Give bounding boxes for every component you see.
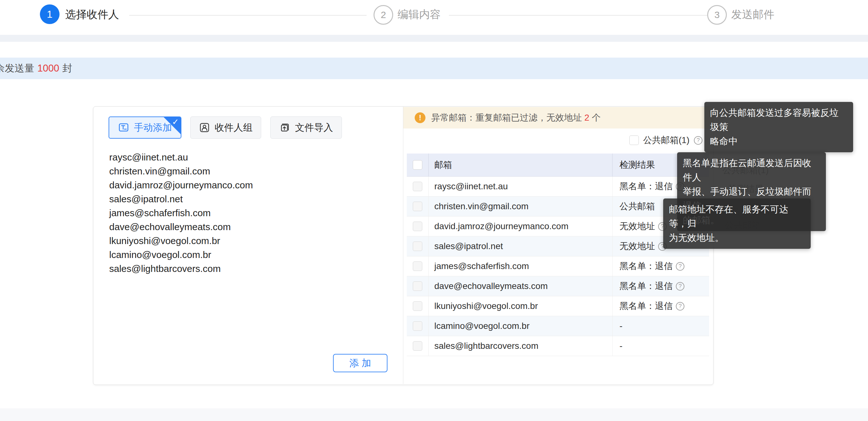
row-checkbox[interactable] <box>413 341 422 351</box>
tab-manual-add[interactable]: 手动添加 ✓ <box>108 117 181 139</box>
step-connector <box>449 15 708 16</box>
footer-band <box>0 408 868 421</box>
table-row: lkuniyoshi@voegol.com.br黑名单：退信? <box>407 296 709 316</box>
tab-file-import-label: 文件导入 <box>295 121 333 134</box>
wizard-page: 1 选择收件人 2 编辑内容 3 发送邮件 余发送量 1000 封 <box>0 0 868 421</box>
row-email: lkuniyoshi@voegol.com.br <box>429 296 613 316</box>
step-2-label: 编辑内容 <box>398 0 441 29</box>
row-result-text: 黑名单：退信 <box>620 300 673 312</box>
question-circle-icon[interactable]: ? <box>676 262 684 271</box>
public-mailbox-filter: 公共邮箱(1) ? <box>629 134 703 146</box>
file-import-icon <box>279 122 290 133</box>
check-icon: ✓ <box>172 117 179 127</box>
row-result: - <box>613 336 709 356</box>
recipient-check-table: 邮箱 检测结果 raysc@iinet.net.au黑名单：退信?christe… <box>407 153 709 356</box>
tab-file-import[interactable]: 文件导入 <box>270 117 342 139</box>
row-checkbox-cell <box>407 257 429 276</box>
step-1-circle: 1 <box>40 4 60 24</box>
row-result: 黑名单：退信? <box>613 296 709 316</box>
section-divider-band <box>0 35 868 42</box>
step-3-label: 发送邮件 <box>731 0 774 29</box>
header-checkbox-cell <box>407 153 429 176</box>
step-wizard: 1 选择收件人 2 编辑内容 3 发送邮件 <box>0 0 868 35</box>
row-checkbox-cell <box>407 216 429 236</box>
select-all-checkbox[interactable] <box>413 160 422 170</box>
header-email: 邮箱 <box>429 153 613 176</box>
row-checkbox-cell <box>407 316 429 336</box>
row-email: dave@echovalleymeats.com <box>429 276 613 296</box>
table-row: dave@echovalleymeats.com黑名单：退信? <box>407 276 709 296</box>
row-checkbox-cell <box>407 237 429 256</box>
row-result-text: 黑名单：退信 <box>620 260 673 272</box>
row-result: - <box>613 316 709 336</box>
tooltip-invalid-address: 邮箱地址不存在、服务不可达等，归 为无效地址。 <box>663 199 811 249</box>
add-button[interactable]: 添 加 <box>333 354 388 372</box>
row-checkbox[interactable] <box>413 242 422 251</box>
quota-amount: 1000 <box>37 63 59 74</box>
row-checkbox[interactable] <box>413 281 422 291</box>
tab-recipient-group-label: 收件人组 <box>215 121 253 134</box>
tab-recipient-group[interactable]: 收件人组 <box>190 117 261 139</box>
text-input-icon <box>118 122 129 133</box>
table-header-row: 邮箱 检测结果 <box>407 153 709 177</box>
step-connector <box>129 15 367 16</box>
quota-banner-text: 余发送量 <box>0 62 34 75</box>
row-result-text: - <box>620 341 622 351</box>
row-checkbox-cell <box>407 296 429 316</box>
row-result-text: 黑名单：退信 <box>620 180 673 192</box>
row-checkbox-cell <box>407 276 429 296</box>
row-email: david.jamroz@journeymanco.com <box>429 216 613 236</box>
table-row: lcamino@voegol.com.br- <box>407 316 709 336</box>
table-row: james@schaferfish.com黑名单：退信? <box>407 257 709 276</box>
row-checkbox[interactable] <box>413 182 422 191</box>
question-circle-icon[interactable]: ? <box>676 282 684 291</box>
row-email: sales@ipatrol.net <box>429 237 613 256</box>
row-checkbox-cell <box>407 197 429 216</box>
row-checkbox[interactable] <box>413 221 422 231</box>
tooltip-public-mailbox: 向公共邮箱发送过多容易被反垃圾策 略命中 <box>704 102 853 152</box>
alert-invalid-count: 2 <box>584 113 589 123</box>
row-email: christen.vin@gmail.com <box>429 197 613 216</box>
row-result: 黑名单：退信? <box>613 257 709 276</box>
row-email: raysc@iinet.net.au <box>429 177 613 196</box>
step-1-label: 选择收件人 <box>65 0 119 29</box>
step-3-circle: 3 <box>707 5 727 25</box>
row-result: 黑名单：退信? <box>613 276 709 296</box>
question-circle-icon[interactable]: ? <box>694 136 703 145</box>
recipients-textarea[interactable]: raysc@iinet.net.au christen.vin@gmail.co… <box>109 150 391 334</box>
public-mailbox-label: 公共邮箱(1) <box>643 134 689 146</box>
abnormal-mailbox-alert: ! 异常邮箱：重复邮箱已过滤，无效地址 2 个 <box>403 107 713 128</box>
row-checkbox-cell <box>407 177 429 196</box>
warning-icon: ! <box>415 112 426 123</box>
row-checkbox-cell <box>407 336 429 356</box>
row-result-text: 公共邮箱 <box>620 200 655 212</box>
recipient-card: 手动添加 ✓ 收件人组 <box>93 107 714 385</box>
row-checkbox[interactable] <box>413 262 422 271</box>
step-2-circle: 2 <box>374 5 393 25</box>
quota-unit: 封 <box>62 62 72 75</box>
add-recipients-panel: 手动添加 ✓ 收件人组 <box>93 107 403 384</box>
row-result-text: 无效地址 <box>620 220 655 232</box>
row-checkbox[interactable] <box>413 202 422 211</box>
quota-banner: 余发送量 1000 封 <box>0 58 868 79</box>
alert-text-suffix: 个 <box>592 112 601 124</box>
row-email: lcamino@voegol.com.br <box>429 316 613 336</box>
public-mailbox-checkbox[interactable] <box>629 136 639 145</box>
table-row: raysc@iinet.net.au黑名单：退信? <box>407 177 709 197</box>
question-circle-icon[interactable]: ? <box>676 302 684 310</box>
row-email: james@schaferfish.com <box>429 257 613 276</box>
alert-text: 异常邮箱：重复邮箱已过滤，无效地址 <box>431 112 582 124</box>
row-result-text: 黑名单：退信 <box>620 280 673 292</box>
row-result-text: 无效地址 <box>620 240 655 252</box>
row-result-text: - <box>620 321 622 331</box>
row-checkbox[interactable] <box>413 301 422 311</box>
row-checkbox[interactable] <box>413 321 422 331</box>
table-row: sales@lightbarcovers.com- <box>407 336 709 356</box>
contacts-icon <box>199 122 210 133</box>
row-email: sales@lightbarcovers.com <box>429 336 613 356</box>
